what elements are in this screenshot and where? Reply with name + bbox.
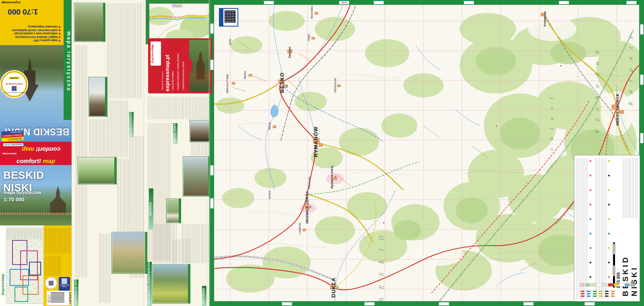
- legend-trail-mark: [605, 296, 609, 297]
- bullet-square-icon: [59, 26, 60, 28]
- legend-symbol: [608, 218, 610, 220]
- main-map: BESKID NISKI 1:70 000: [209, 0, 644, 306]
- cover-bullet-item: szlaki rowerowe i ścieżki dydaktyczne: [12, 29, 60, 32]
- legend-symbol: [608, 262, 610, 263]
- bullet-square-icon: [59, 37, 60, 38]
- promo-panel: ExpressMap Wydawnictwo Turystyczne expre…: [148, 38, 213, 93]
- legend-trail-mark: [605, 291, 609, 292]
- legend-trail-mark: [593, 296, 597, 297]
- legend-symbol: [590, 276, 591, 278]
- series2-label-inverted: map: [22, 146, 34, 153]
- cover-front: BESKID NISKI mapa turystyczna 1:70 000: [0, 165, 72, 225]
- cover-mini-tab: BESKID NISKI 1:70 000: [3, 143, 25, 146]
- guide-heading: CIEKAWOSTKI GEOGRAFICZNE: [147, 262, 152, 306]
- legend-trail-mark: [581, 291, 584, 292]
- legend-trail-mark: [581, 293, 584, 294]
- legend-area-swatch: [591, 283, 596, 286]
- legend-trail-mark: [587, 296, 590, 297]
- barcode-box: ISBN 978-83-8395-525-6 9 788383 955256: [47, 291, 71, 305]
- coverage-overview-map: [6, 228, 43, 304]
- bullet-square-icon: [59, 33, 60, 35]
- guide-heading: INFORMACJE OGÓLNE: [74, 279, 78, 306]
- legend-trail-mark: [587, 291, 590, 292]
- bullet-square-icon: [59, 40, 60, 41]
- qr-code-icon: [62, 278, 67, 284]
- coverage-rect: [14, 287, 28, 302]
- cover-bullet-item: informator krajoznawczy: [12, 26, 60, 29]
- guide-body-text: [148, 97, 209, 119]
- series2-label: map: [43, 157, 55, 164]
- guide-photo: [153, 265, 190, 303]
- isbn-text: ISBN 978-83-8395-525-6: [47, 292, 51, 303]
- sticker-ring-text: aplikacje i mapy na smartfona!: [2, 92, 26, 94]
- cover-bullet-text: bogata i aktualna treść turystyczna: [15, 36, 58, 39]
- promo-bullet: • ponad 500 tytułów: [171, 42, 174, 91]
- seal-qr-icon: [49, 281, 54, 285]
- legend-trail-mark: [593, 293, 597, 294]
- legend-symbol: [608, 204, 610, 205]
- legend-area-swatch: [608, 283, 613, 286]
- inset-frame-label: Rzepedź: [172, 4, 182, 7]
- legend-text-col: [576, 158, 588, 299]
- app-sticker: aplikacje i mapy na smartfona! expressma…: [1, 71, 27, 97]
- legend-area-swatch: [597, 283, 601, 286]
- qr-label: DOWIEDZ SIĘ WIĘCEJ: [60, 284, 69, 287]
- legend-trail-mark: [611, 291, 615, 292]
- cover-bullet-text: szlaki piesze wraz z czasami przejść: [14, 33, 58, 35]
- cover-panel-inverted-yellow: mapa zgodna z GPSbogata i aktualna treść…: [0, 0, 64, 45]
- promo-logo: ExpressMap: [151, 42, 154, 65]
- expressmap-logo-small: expressmap: [2, 153, 17, 155]
- guide-body-text: [107, 101, 128, 157]
- expressmap-logo: expressmap: [2, 1, 21, 4]
- series-label: comfort!: [17, 157, 41, 164]
- promo-church-silhouette: [196, 51, 204, 79]
- legend-area-swatch: [586, 283, 590, 286]
- map-qr-strip: [220, 9, 223, 26]
- cover-scale-inverted: 1:70 000: [8, 7, 38, 16]
- legend-trail-mark: [587, 293, 590, 294]
- map-qr-box: [219, 8, 238, 27]
- legend-scalebar: [613, 242, 615, 287]
- legend-text-col: [595, 158, 607, 299]
- guide-photo: [74, 3, 105, 41]
- guide-heading: ZAKWATEROWANIE: [129, 112, 134, 137]
- photo-caption-strip: [188, 265, 190, 303]
- guide-photo: [183, 157, 210, 196]
- legend-symbol: [608, 175, 610, 176]
- photo-caption-strip: [105, 77, 107, 116]
- publisher-seal: [46, 278, 56, 288]
- legend-symbol: [608, 276, 610, 278]
- cover-side-strip: mapa turystyczna: [64, 0, 72, 120]
- legend-trail-mark: [599, 291, 603, 292]
- legend-text-col: [623, 158, 638, 218]
- guide-photo: [167, 199, 181, 223]
- cover-bullet-item: mapa zgodna z GPS: [12, 39, 60, 42]
- legend-scale: 1:70 000: [616, 240, 621, 288]
- photo-caption-strip: [179, 199, 181, 223]
- qr-chip: DOWIEDZ SIĘ WIĘCEJ: [59, 277, 70, 291]
- legend-symbol: [590, 160, 591, 162]
- fold-crease: [208, 0, 211, 306]
- cover-bullet-text: informator krajoznawczy: [28, 26, 58, 29]
- cover-redbar: comfort! map: [0, 156, 72, 165]
- promo-logo-box: ExpressMap: [151, 41, 161, 66]
- guide-photo: [112, 232, 147, 273]
- legend-symbol: [608, 247, 610, 249]
- inset-map-lines: [149, 4, 209, 41]
- cover-bullet-text: szlaki rowerowe i ścieżki dydaktyczne: [12, 29, 58, 32]
- legend-area-swatch: [631, 283, 635, 286]
- coverage-rect: [29, 262, 41, 275]
- qr-code-icon: [225, 10, 236, 23]
- qr-code-icon: [12, 86, 17, 91]
- legend-symbol: [590, 175, 591, 176]
- cover-bullet-text: mapa zgodna z GPS: [33, 39, 58, 42]
- legend-trail-mark: [611, 293, 615, 294]
- guide-photo: [78, 157, 116, 184]
- legend-symbol: [590, 233, 591, 234]
- legend-area-swatch: [603, 283, 607, 286]
- legend-symbol: [608, 189, 610, 191]
- legend-area-swatch: [619, 283, 624, 286]
- promo-bullet: • atrakcyjne promocje i rabaty: [182, 42, 184, 91]
- folded-map-sheet: mapa zgodna z GPSbogata i aktualna treść…: [0, 0, 644, 306]
- legend-panel: BESKID NISKI 1:70 000: [574, 155, 640, 301]
